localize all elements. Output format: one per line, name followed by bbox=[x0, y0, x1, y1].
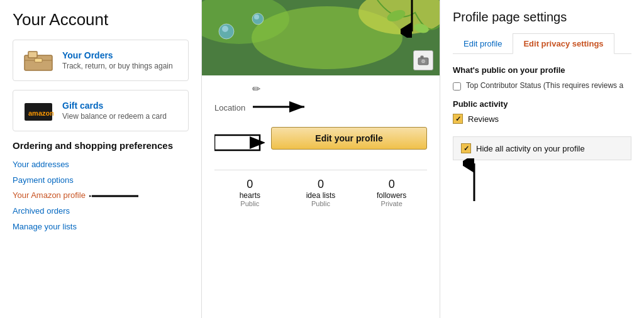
arrow-annotation-left bbox=[89, 189, 140, 203]
gift-cards-text: Gift cards View balance or redeem a card bbox=[62, 101, 167, 121]
divider bbox=[214, 170, 427, 170]
idea-lists-sub: Public bbox=[286, 200, 357, 207]
followers-sub: Private bbox=[356, 200, 427, 207]
link-amazon-profile[interactable]: Your Amazon profile bbox=[13, 188, 189, 204]
top-contributor-checkbox[interactable] bbox=[453, 82, 461, 90]
svg-point-13 bbox=[222, 26, 228, 32]
down-arrow-annotation bbox=[401, 0, 423, 40]
reviews-checkbox[interactable]: ✓ bbox=[453, 114, 463, 124]
right-col-title: Profile page settings bbox=[453, 10, 631, 25]
up-arrow-annotation bbox=[463, 158, 486, 204]
reviews-row: ✓ Reviews bbox=[453, 114, 631, 124]
svg-rect-1 bbox=[28, 52, 37, 58]
hide-activity-label: Hide all activity on your profile bbox=[476, 144, 585, 153]
whats-public-heading: What's public on your profile bbox=[453, 65, 631, 75]
pencil-icon: ✏ bbox=[252, 83, 260, 95]
gift-cards-icon: amazon bbox=[23, 99, 53, 122]
orders-icon bbox=[23, 49, 53, 72]
svg-rect-22 bbox=[421, 56, 423, 58]
top-contributor-row: Top Contributor Status (This requires re… bbox=[453, 81, 631, 90]
svg-rect-24 bbox=[214, 135, 260, 150]
page-container: Your Account Your Orders Track, return, … bbox=[0, 0, 644, 318]
svg-rect-3 bbox=[35, 58, 42, 62]
arrow-annotation-right-edit bbox=[214, 134, 265, 153]
stat-followers: 0 followers Private bbox=[356, 178, 427, 207]
ordering-section-title: Ordering and shopping preferences bbox=[13, 140, 189, 151]
location-row: Location bbox=[214, 100, 427, 116]
ordering-links: Your addresses Payment options Your Amaz… bbox=[13, 157, 189, 234]
orders-title: Your Orders bbox=[62, 50, 173, 60]
followers-label: followers bbox=[356, 191, 427, 200]
your-orders-card[interactable]: Your Orders Track, return, or buy things… bbox=[13, 40, 189, 81]
reviews-label: Reviews bbox=[468, 114, 499, 124]
left-column: Your Account Your Orders Track, return, … bbox=[0, 0, 201, 318]
link-your-addresses[interactable]: Your addresses bbox=[13, 157, 189, 173]
followers-number: 0 bbox=[356, 178, 427, 191]
arrow-annotation-right-location bbox=[252, 100, 308, 116]
profile-banner bbox=[202, 0, 440, 75]
right-column: Profile page settings Edit profile Edit … bbox=[440, 0, 644, 318]
hearts-label: hearts bbox=[214, 191, 286, 200]
profile-body: ✏ Location bbox=[202, 75, 440, 217]
link-archived-orders[interactable]: Archived orders bbox=[13, 204, 189, 219]
hearts-number: 0 bbox=[214, 178, 286, 191]
public-activity-heading: Public activity bbox=[453, 99, 631, 109]
hide-activity-row: ✓ Hide all activity on your profile bbox=[453, 136, 631, 160]
svg-text:amazon: amazon bbox=[28, 109, 53, 117]
tab-edit-profile[interactable]: Edit profile bbox=[453, 33, 513, 54]
location-label: Location bbox=[214, 103, 245, 112]
orders-subtitle: Track, return, or buy things again bbox=[62, 62, 173, 70]
hearts-sub: Public bbox=[214, 200, 286, 207]
stat-hearts: 0 hearts Public bbox=[214, 178, 286, 207]
tabs-row: Edit profile Edit privacy settings bbox=[453, 33, 631, 54]
pencil-row: ✏ bbox=[214, 83, 427, 95]
gift-cards-title: Gift cards bbox=[62, 101, 167, 111]
link-payment-options[interactable]: Payment options bbox=[13, 173, 189, 189]
hide-activity-container: ✓ Hide all activity on your profile bbox=[453, 136, 631, 160]
hide-activity-checkbox[interactable]: ✓ bbox=[461, 143, 471, 153]
svg-rect-7 bbox=[89, 190, 137, 202]
svg-point-15 bbox=[254, 14, 259, 19]
stats-row: 0 hearts Public 0 idea lists Public 0 fo… bbox=[214, 178, 427, 207]
top-contributor-label: Top Contributor Status (This requires re… bbox=[466, 81, 623, 90]
middle-column: ✏ Location bbox=[201, 0, 440, 318]
page-title: Your Account bbox=[13, 10, 189, 30]
edit-profile-row: Edit your profile bbox=[214, 127, 427, 160]
gift-cards-card[interactable]: amazon Gift cards View balance or redeem… bbox=[13, 90, 189, 131]
stat-idea-lists: 0 idea lists Public bbox=[286, 178, 357, 207]
gift-cards-subtitle: View balance or redeem a card bbox=[62, 112, 167, 121]
camera-button[interactable] bbox=[413, 50, 433, 70]
svg-point-21 bbox=[422, 60, 425, 63]
tab-edit-privacy[interactable]: Edit privacy settings bbox=[513, 33, 614, 54]
idea-lists-number: 0 bbox=[286, 178, 357, 191]
link-manage-lists[interactable]: Manage your lists bbox=[13, 219, 189, 235]
edit-profile-button[interactable]: Edit your profile bbox=[271, 127, 427, 150]
idea-lists-label: idea lists bbox=[286, 191, 357, 200]
orders-card-text: Your Orders Track, return, or buy things… bbox=[62, 50, 173, 70]
